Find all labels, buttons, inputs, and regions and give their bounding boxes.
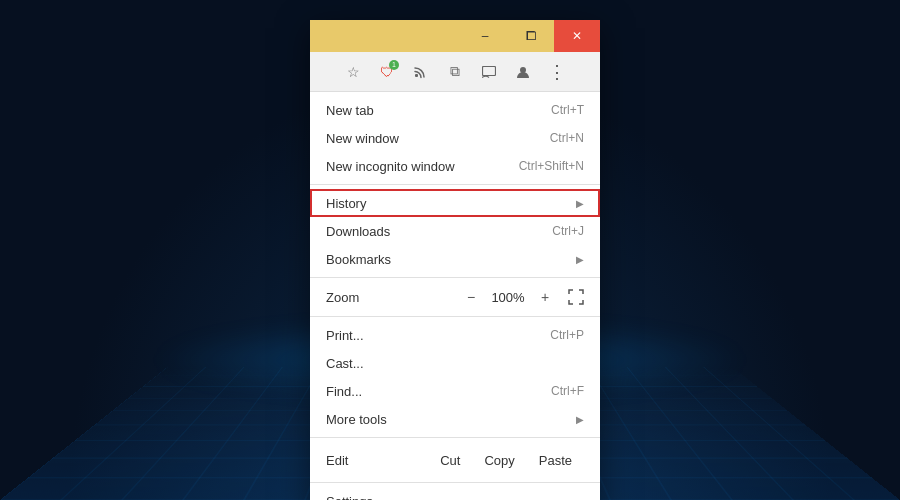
svg-rect-1 <box>483 66 496 75</box>
edit-row: Edit Cut Copy Paste <box>310 442 600 478</box>
menu-item-cast[interactable]: Cast... <box>310 349 600 377</box>
paste-button[interactable]: Paste <box>527 449 584 472</box>
badge: 1 <box>389 60 399 70</box>
cast-icon[interactable] <box>475 58 503 86</box>
zoom-label: Zoom <box>326 290 460 305</box>
minimize-button[interactable]: – <box>462 20 508 52</box>
menu-item-settings[interactable]: Settings <box>310 487 600 500</box>
copy-button[interactable]: Copy <box>472 449 526 472</box>
bookmarks-arrow-icon: ▶ <box>576 254 584 265</box>
menu-section-zoom: Zoom − 100% + <box>310 278 600 317</box>
menu-section-edit: Edit Cut Copy Paste <box>310 438 600 483</box>
title-bar: – ⧠ ✕ <box>310 20 600 52</box>
more-tools-arrow-icon: ▶ <box>576 414 584 425</box>
zoom-value: 100% <box>490 290 526 305</box>
zoom-out-button[interactable]: − <box>460 286 482 308</box>
svg-rect-0 <box>415 74 418 77</box>
menu-item-more-tools[interactable]: More tools ▶ <box>310 405 600 433</box>
shield-icon[interactable]: 🛡 1 <box>373 58 401 86</box>
close-button[interactable]: ✕ <box>554 20 600 52</box>
menu-item-downloads[interactable]: Downloads Ctrl+J <box>310 217 600 245</box>
zoom-row: Zoom − 100% + <box>310 282 600 312</box>
menu-section-settings: Settings Help ▶ <box>310 483 600 500</box>
menu-section-tools: Print... Ctrl+P Cast... Find... Ctrl+F M… <box>310 317 600 438</box>
zoom-in-button[interactable]: + <box>534 286 556 308</box>
menu-section-history: History ▶ Downloads Ctrl+J Bookmarks ▶ <box>310 185 600 278</box>
menu-item-print[interactable]: Print... Ctrl+P <box>310 321 600 349</box>
history-arrow-icon: ▶ <box>576 198 584 209</box>
puzzle-icon[interactable]: ⧉ <box>441 58 469 86</box>
user-icon[interactable] <box>509 58 537 86</box>
chrome-menu: New tab Ctrl+T New window Ctrl+N New inc… <box>310 92 600 500</box>
menu-item-new-tab[interactable]: New tab Ctrl+T <box>310 96 600 124</box>
cut-button[interactable]: Cut <box>428 449 472 472</box>
toolbar: ☆ 🛡 1 ⧉ ⋮ <box>310 52 600 92</box>
window-controls: – ⧠ ✕ <box>462 20 600 52</box>
rss-icon[interactable] <box>407 58 435 86</box>
menu-item-find[interactable]: Find... Ctrl+F <box>310 377 600 405</box>
menu-item-history[interactable]: History ▶ <box>310 189 600 217</box>
zoom-controls: − 100% + <box>460 286 584 308</box>
more-options-icon[interactable]: ⋮ <box>543 58 571 86</box>
star-icon[interactable]: ☆ <box>339 58 367 86</box>
menu-item-bookmarks[interactable]: Bookmarks ▶ <box>310 245 600 273</box>
fullscreen-icon[interactable] <box>568 289 584 305</box>
edit-label: Edit <box>326 453 428 468</box>
menu-item-new-incognito[interactable]: New incognito window Ctrl+Shift+N <box>310 152 600 180</box>
maximize-button[interactable]: ⧠ <box>508 20 554 52</box>
menu-item-new-window[interactable]: New window Ctrl+N <box>310 124 600 152</box>
chrome-window: – ⧠ ✕ ☆ 🛡 1 ⧉ <box>310 20 600 500</box>
menu-section-new: New tab Ctrl+T New window Ctrl+N New inc… <box>310 92 600 185</box>
